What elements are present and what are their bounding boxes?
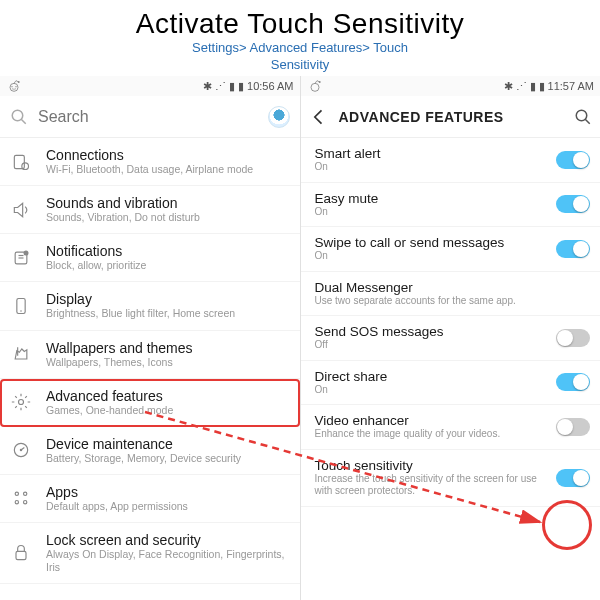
row-sounds[interactable]: Sounds and vibrationSounds, Vibration, D… xyxy=(0,186,300,234)
toggle-direct-share[interactable] xyxy=(556,373,590,391)
bluetooth-icon: ✱ xyxy=(504,80,513,93)
svg-point-20 xyxy=(15,501,18,504)
status-time: 11:57 AM xyxy=(548,80,594,92)
svg-point-18 xyxy=(15,493,18,496)
advanced-icon xyxy=(8,389,34,415)
svg-point-23 xyxy=(311,83,319,91)
row-connections[interactable]: ConnectionsWi-Fi, Bluetooth, Data usage,… xyxy=(0,138,300,186)
row-video-enhancer[interactable]: Video enhancerEnhance the image quality … xyxy=(301,405,601,450)
row-sos[interactable]: Send SOS messagesOff xyxy=(301,316,601,361)
toggle-touch-sensitivity[interactable] xyxy=(556,469,590,487)
settings-list: ConnectionsWi-Fi, Bluetooth, Data usage,… xyxy=(0,138,300,600)
wifi-icon: ⋰ xyxy=(215,80,226,93)
display-icon xyxy=(8,293,34,319)
svg-point-4 xyxy=(12,110,23,121)
battery-icon: ▮ xyxy=(238,80,244,93)
svg-point-17 xyxy=(20,449,23,452)
toggle-video-enhancer[interactable] xyxy=(556,418,590,436)
svg-point-3 xyxy=(15,86,16,87)
lock-icon xyxy=(8,540,34,566)
svg-point-0 xyxy=(10,83,18,91)
page-title: Activate Touch Sensitivity xyxy=(0,8,600,40)
wallpaper-icon xyxy=(8,341,34,367)
row-display[interactable]: DisplayBrightness, Blue light filter, Ho… xyxy=(0,282,300,330)
sound-icon xyxy=(8,197,34,223)
row-lock-screen[interactable]: Lock screen and securityAlways On Displa… xyxy=(0,523,300,584)
row-dual-messenger[interactable]: Dual MessengerUse two separate accounts … xyxy=(301,272,601,317)
svg-point-25 xyxy=(576,110,587,121)
search-icon xyxy=(10,108,28,126)
status-bar: ✱ ⋰ ▮ ▮ 11:57 AM xyxy=(301,76,601,96)
bluetooth-icon: ✱ xyxy=(203,80,212,93)
svg-point-2 xyxy=(11,86,12,87)
right-screenshot: ✱ ⋰ ▮ ▮ 11:57 AM ADVANCED FEATURES Smart… xyxy=(300,76,601,600)
row-device-maintenance[interactable]: Device maintenanceBattery, Storage, Memo… xyxy=(0,427,300,475)
toggle-sos[interactable] xyxy=(556,329,590,347)
reddit-icon xyxy=(307,78,323,94)
connections-icon xyxy=(8,149,34,175)
svg-point-19 xyxy=(24,493,27,496)
left-screenshot: ✱ ⋰ ▮ ▮ 10:56 AM ConnectionsWi-Fi, Bluet… xyxy=(0,76,300,600)
breadcrumb: Settings> Advanced Features> Touch Sensi… xyxy=(0,40,600,74)
reddit-icon xyxy=(6,78,22,94)
notifications-icon xyxy=(8,245,34,271)
toggle-easy-mute[interactable] xyxy=(556,195,590,213)
search-bar[interactable] xyxy=(0,96,300,138)
row-notifications[interactable]: NotificationsBlock, allow, prioritize xyxy=(0,234,300,282)
svg-point-21 xyxy=(24,501,27,504)
battery-icon: ▮ xyxy=(539,80,545,93)
avatar[interactable] xyxy=(268,106,290,128)
status-time: 10:56 AM xyxy=(247,80,293,92)
row-swipe-call[interactable]: Swipe to call or send messagesOn xyxy=(301,227,601,272)
svg-line-26 xyxy=(585,119,590,124)
page-header: Activate Touch Sensitivity Settings> Adv… xyxy=(0,0,600,78)
row-touch-sensitivity[interactable]: Touch sensitivityIncrease the touch sens… xyxy=(301,450,601,507)
row-advanced-features[interactable]: Advanced featuresGames, One-handed mode xyxy=(0,379,300,427)
row-apps[interactable]: AppsDefault apps, App permissions xyxy=(0,475,300,523)
wifi-icon: ⋰ xyxy=(516,80,527,93)
toggle-swipe-call[interactable] xyxy=(556,240,590,258)
signal-icon: ▮ xyxy=(229,80,235,93)
back-icon[interactable] xyxy=(309,107,329,127)
toggle-smart-alert[interactable] xyxy=(556,151,590,169)
row-wallpapers[interactable]: Wallpapers and themesWallpapers, Themes,… xyxy=(0,331,300,379)
row-easy-mute[interactable]: Easy muteOn xyxy=(301,183,601,228)
search-icon[interactable] xyxy=(574,108,592,126)
svg-point-15 xyxy=(19,400,24,405)
maintenance-icon xyxy=(8,437,34,463)
title-bar: ADVANCED FEATURES xyxy=(301,96,601,138)
signal-icon: ▮ xyxy=(530,80,536,93)
search-input[interactable] xyxy=(38,108,258,126)
svg-line-5 xyxy=(21,119,26,124)
status-bar: ✱ ⋰ ▮ ▮ 10:56 AM xyxy=(0,76,300,96)
svg-rect-6 xyxy=(14,155,24,168)
row-smart-alert[interactable]: Smart alertOn xyxy=(301,138,601,183)
apps-icon xyxy=(8,485,34,511)
row-direct-share[interactable]: Direct shareOn xyxy=(301,361,601,406)
svg-rect-22 xyxy=(16,551,26,559)
features-list: Smart alertOn Easy muteOn Swipe to call … xyxy=(301,138,601,600)
screen-title: ADVANCED FEATURES xyxy=(339,109,565,125)
svg-point-7 xyxy=(22,162,29,169)
svg-point-11 xyxy=(24,250,29,255)
